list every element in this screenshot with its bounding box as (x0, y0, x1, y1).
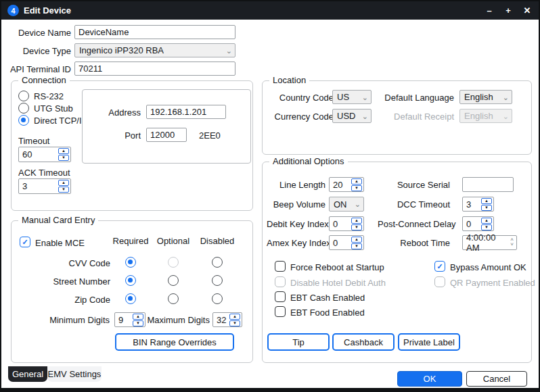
spinner-up-icon[interactable]: ▲ (481, 198, 492, 204)
cvv-disabled-radio[interactable] (212, 257, 223, 268)
spinner-up-icon[interactable]: ▲ (351, 178, 362, 185)
spinner-up-icon[interactable]: ▲ (58, 180, 69, 186)
post-connect-delay-spinner[interactable]: 0 ▲ ▼ (462, 216, 494, 231)
line-length-spinner[interactable]: 20 ▲ ▼ (329, 177, 364, 192)
street-required-radio[interactable] (125, 275, 136, 286)
device-type-dropdown[interactable]: Ingenico iPP320 RBA ⌄ (74, 43, 235, 57)
line-length-value[interactable]: 20 (333, 180, 342, 190)
post-connect-delay-value[interactable]: 0 (466, 219, 471, 229)
address-input[interactable] (146, 105, 226, 119)
source-serial-input[interactable] (462, 177, 514, 192)
spinner-down-icon[interactable]: ▼ (133, 320, 143, 326)
amex-key-index-value[interactable]: 0 (333, 238, 338, 248)
device-type-value: Ingenico iPP320 RBA (79, 45, 164, 55)
dcc-timeout-value[interactable]: 3 (466, 199, 471, 210)
timeout-spinner[interactable]: 60 ▲ ▼ (18, 147, 71, 162)
direct-tcpip-radio-label: Direct TCP/IP (34, 116, 87, 126)
location-group: Location Country Code US ⌄ Currency Code… (262, 80, 532, 155)
spinner-down-icon[interactable]: ▼ (58, 155, 69, 161)
cancel-button[interactable]: Cancel (466, 371, 527, 387)
debit-key-index-value[interactable]: 0 (333, 219, 338, 229)
utg-stub-radio-label: UTG Stub (34, 103, 73, 114)
disabled-column-header: Disabled (197, 236, 238, 246)
ack-timeout-label: ACK Timeout (18, 168, 70, 178)
debit-key-index-spinner[interactable]: 0 ▲ ▼ (329, 216, 364, 231)
default-language-dropdown[interactable]: English ⌄ (459, 90, 512, 104)
enable-mce-checkbox[interactable]: ✓ (20, 237, 30, 247)
spinner-up-icon[interactable]: ▲ (351, 218, 362, 224)
minimum-digits-value[interactable]: 9 (118, 315, 123, 325)
required-column-header: Required (110, 236, 151, 246)
zip-disabled-radio[interactable] (212, 293, 223, 304)
street-optional-radio[interactable] (168, 275, 179, 286)
close-icon[interactable]: ✕ (522, 5, 532, 16)
currency-code-label: Currency Code (268, 112, 334, 122)
ebt-cash-enabled-checkbox[interactable] (275, 291, 286, 302)
country-code-label: Country Code (268, 93, 334, 103)
spinner-up-icon[interactable]: ▲ (58, 148, 69, 154)
currency-code-dropdown[interactable]: USD ⌄ (332, 109, 372, 123)
currency-code-value: USD (337, 111, 355, 121)
tab-emv-settings[interactable]: EMV Settings (47, 366, 102, 382)
beep-volume-label: Beep Volume (267, 199, 325, 210)
zip-required-radio[interactable] (125, 293, 136, 304)
reboot-time-picker[interactable]: 4:00:00 AM ˄ ˅ (462, 235, 517, 250)
maximize-icon[interactable]: + (503, 5, 513, 16)
caret-down-icon[interactable]: ˅ (510, 243, 514, 247)
spinner-down-icon[interactable]: ▼ (481, 224, 492, 230)
maximum-digits-value[interactable]: 32 (217, 315, 226, 325)
spinner-down-icon[interactable]: ▼ (351, 243, 362, 249)
cashback-button[interactable]: Cashback (332, 333, 395, 351)
spinner-down-icon[interactable]: ▼ (351, 224, 362, 230)
edit-device-dialog: 4 Edit Device – + ✕ Device Name Device T… (0, 0, 540, 392)
ack-timeout-value[interactable]: 3 (22, 181, 27, 191)
default-receipt-dropdown: English ⌄ (459, 109, 512, 123)
ack-timeout-spinner[interactable]: 3 ▲ ▼ (18, 178, 71, 194)
default-receipt-value: English (464, 111, 493, 121)
app-badge-icon: 4 (7, 5, 19, 16)
port-input[interactable] (146, 128, 187, 142)
api-terminal-id-input[interactable] (74, 62, 235, 76)
ebt-food-enabled-label: EBT Food Enabled (290, 308, 365, 318)
force-reboot-checkbox[interactable] (275, 261, 286, 272)
dcc-timeout-spinner[interactable]: 3 ▲ ▼ (462, 197, 494, 212)
maximum-digits-spinner[interactable]: 32 ▲ ▼ (212, 312, 242, 327)
bin-range-overrides-button[interactable]: BIN Range Overrides (115, 333, 234, 351)
cvv-required-radio[interactable] (125, 257, 136, 268)
spinner-down-icon[interactable]: ▼ (58, 187, 69, 193)
chevron-down-icon: ⌄ (226, 47, 232, 54)
amex-key-index-spinner[interactable]: 0 ▲ ▼ (329, 235, 364, 250)
window-title: Edit Device (24, 5, 71, 16)
debit-key-index-label: Debit Key Index (267, 219, 325, 229)
street-disabled-radio[interactable] (212, 275, 223, 286)
utg-stub-radio[interactable] (18, 103, 29, 114)
country-code-dropdown[interactable]: US ⌄ (332, 90, 372, 104)
bypass-amount-ok-checkbox[interactable]: ✓ (434, 261, 445, 272)
spinner-down-icon[interactable]: ▼ (481, 205, 492, 211)
spinner-down-icon[interactable]: ▼ (229, 320, 240, 326)
device-name-input[interactable] (74, 25, 235, 39)
beep-volume-dropdown[interactable]: ON ⌄ (329, 197, 364, 212)
rs232-radio[interactable] (18, 91, 29, 101)
spinner-up-icon[interactable]: ▲ (229, 314, 240, 320)
direct-tcpip-radio[interactable] (18, 115, 29, 126)
timeout-value[interactable]: 60 (22, 149, 32, 160)
disable-hotel-debit-auth-checkbox (275, 276, 286, 287)
private-label-button[interactable]: Private Label (398, 333, 460, 351)
default-language-value: English (464, 92, 493, 102)
minimize-icon[interactable]: – (485, 5, 494, 16)
minimum-digits-spinner[interactable]: 9 ▲ ▼ (114, 312, 145, 327)
amex-key-index-label: Amex Key Index (267, 238, 325, 248)
country-code-value: US (337, 92, 349, 102)
spinner-down-icon[interactable]: ▼ (351, 185, 362, 191)
reboot-time-value[interactable]: 4:00:00 AM (466, 232, 510, 253)
tip-button[interactable]: Tip (267, 333, 330, 351)
ok-button[interactable]: OK (397, 371, 462, 387)
window-controls: – + ✕ (485, 1, 532, 20)
ebt-food-enabled-checkbox[interactable] (275, 306, 286, 317)
spinner-up-icon[interactable]: ▲ (351, 237, 362, 243)
spinner-up-icon[interactable]: ▲ (481, 218, 492, 224)
spinner-up-icon[interactable]: ▲ (133, 314, 143, 320)
zip-optional-radio[interactable] (168, 293, 179, 304)
tab-general[interactable]: General (8, 366, 47, 382)
